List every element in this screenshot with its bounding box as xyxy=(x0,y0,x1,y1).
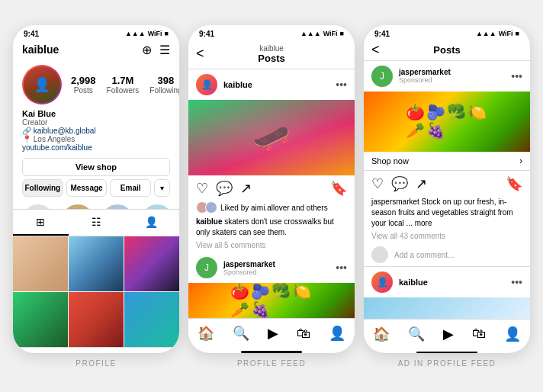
shop-now-arrow-icon[interactable]: › xyxy=(519,156,522,166)
add-icon[interactable]: ⊕ xyxy=(142,43,152,57)
bio-location: 📍 Los Angeles xyxy=(22,135,170,143)
grid-cell-4[interactable] xyxy=(13,292,68,347)
signal-icon: ▲▲▲ xyxy=(125,30,146,37)
share-icon[interactable]: ↗ xyxy=(240,180,252,197)
ad-wifi-icon: WiFi xyxy=(499,30,513,37)
feed-home-indicator xyxy=(241,351,302,352)
feed-home-icon[interactable]: 🏠 xyxy=(198,325,214,342)
feed-label: PROFILE FEED xyxy=(237,359,306,368)
grid-cell-6[interactable] xyxy=(124,292,179,347)
bio-name: Kai Blue xyxy=(22,109,170,118)
ad-sponsored-avatar: J xyxy=(371,66,393,87)
kaiblue-post-image xyxy=(364,297,530,319)
menu-icon[interactable]: ☰ xyxy=(159,43,170,57)
add-comment-placeholder[interactable]: Add a comment... xyxy=(394,251,454,259)
bio-url: youtube.com/kaiblue xyxy=(22,143,170,152)
status-bar: 9:41 ▲▲▲ WiFi ■ xyxy=(13,25,179,40)
post-username[interactable]: kaiblue xyxy=(223,80,329,89)
ad-view-comments[interactable]: View all 43 comments xyxy=(364,232,530,243)
next-post-username[interactable]: kaiblue xyxy=(399,278,505,287)
shop-now-text[interactable]: Shop now xyxy=(371,156,515,165)
feed-profile-icon[interactable]: 👤 xyxy=(329,325,345,342)
email-link[interactable]: 🔗 kaiblue@kb.global xyxy=(22,127,96,135)
profile-stats: 👤 2,998 Posts 1.7M Followers 398 Followi… xyxy=(13,62,179,108)
grid-cell-5[interactable] xyxy=(69,292,124,347)
post-likes: Liked by aimi.allover and others xyxy=(188,201,355,217)
ad-battery-icon: ■ xyxy=(516,30,519,37)
ad-search-icon[interactable]: 🔍 xyxy=(408,326,425,342)
ad-time: 9:41 xyxy=(374,30,390,38)
ad-shop-icon[interactable]: 🛍 xyxy=(472,326,486,342)
post-more-icon[interactable]: ••• xyxy=(336,79,347,91)
ad-share-icon[interactable]: ↗ xyxy=(416,175,427,192)
feed-battery-icon: ■ xyxy=(340,30,344,37)
ad-post-actions: ♡ 💬 ↗ 🔖 xyxy=(364,171,530,197)
post-actions: ♡ 💬 ↗ 🔖 xyxy=(188,175,355,201)
ad-reels-icon[interactable]: ▶ xyxy=(443,326,454,342)
feed-reels-icon[interactable]: ▶ xyxy=(268,325,278,342)
sponsored-header: J jaspersmarket Sponsored ••• xyxy=(188,252,355,283)
battery-icon: ■ xyxy=(165,30,169,37)
tab-grid[interactable]: ⊞ xyxy=(13,210,69,236)
action-buttons: Following Message Email ▾ xyxy=(13,179,179,201)
url-link[interactable]: youtube.com/kaiblue xyxy=(22,143,92,152)
tab-tagged[interactable]: 👤 xyxy=(124,210,179,236)
ad-caption: jaspersmarket Stock on up our fresh, in-… xyxy=(364,197,530,232)
likes-avatars xyxy=(196,201,217,214)
ad-post-image xyxy=(364,92,530,153)
grid-cell-1[interactable] xyxy=(13,236,68,291)
profile-phone-wrapper: 9:41 ▲▲▲ WiFi ■ kaiblue ⊕ ☰ 👤 xyxy=(13,25,179,368)
following-button[interactable]: Following xyxy=(22,179,63,197)
sponsored-name: jaspersmarket xyxy=(223,260,329,268)
header-icons: ⊕ ☰ xyxy=(142,43,170,57)
view-comments[interactable]: View all 5 comments xyxy=(188,241,355,252)
post-image: 🛹 xyxy=(188,100,355,176)
comment-icon[interactable]: 💬 xyxy=(216,180,233,197)
grid-cell-2[interactable] xyxy=(69,236,124,291)
feed-phone-wrapper: 9:41 ▲▲▲ WiFi ■ < kaiblue Posts 👤 kaiblu… xyxy=(188,25,355,368)
feed-signal-icon: ▲▲▲ xyxy=(300,30,321,37)
feed-search-icon[interactable]: 🔍 xyxy=(233,325,249,342)
ad-like-icon[interactable]: ♡ xyxy=(371,175,384,192)
back-button[interactable]: < xyxy=(196,46,204,62)
bio-email: 🔗 kaiblue@kb.global xyxy=(22,127,170,135)
feed-time: 9:41 xyxy=(199,30,214,38)
email-button[interactable]: Email xyxy=(110,179,151,197)
followers-label: Followers xyxy=(107,86,140,95)
feed-shop-icon[interactable]: 🛍 xyxy=(297,326,310,342)
ad-comment-icon[interactable]: 💬 xyxy=(391,175,408,192)
ad-back-button[interactable]: < xyxy=(371,42,380,58)
grid-cell-3[interactable] xyxy=(124,236,179,291)
screens-container: 9:41 ▲▲▲ WiFi ■ kaiblue ⊕ ☰ 👤 xyxy=(13,25,530,368)
profile-bio: Kai Blue Creator 🔗 kaiblue@kb.global 📍 L… xyxy=(13,108,179,155)
ad-save-icon[interactable]: 🔖 xyxy=(506,175,522,192)
time: 9:41 xyxy=(24,30,39,38)
ad-bottom-nav: 🏠 🔍 ▶ 🛍 👤 xyxy=(364,319,530,350)
message-button[interactable]: Message xyxy=(66,179,108,197)
ad-feed-label: AD IN PROFILE FEED xyxy=(398,359,496,368)
tab-reels[interactable]: ☷ xyxy=(69,210,124,236)
sponsored-image xyxy=(188,283,355,318)
view-shop-button[interactable]: View shop xyxy=(22,158,170,176)
followers-num: 1.7M xyxy=(107,75,140,86)
ad-status-bar: 9:41 ▲▲▲ WiFi ■ xyxy=(364,25,530,40)
stats-numbers: 2,998 Posts 1.7M Followers 398 Following xyxy=(71,75,179,95)
ad-more-icon[interactable]: ••• xyxy=(511,70,522,82)
like-icon[interactable]: ♡ xyxy=(196,180,208,197)
shop-now-bar: Shop now › xyxy=(364,152,530,171)
ad-sponsored-info: jaspersmarket Sponsored xyxy=(399,68,505,84)
dropdown-button[interactable]: ▾ xyxy=(154,179,170,197)
sponsored-more-icon[interactable]: ••• xyxy=(336,262,347,274)
ad-home-icon[interactable]: 🏠 xyxy=(373,326,390,342)
ad-feed-phone: 9:41 ▲▲▲ WiFi ■ < Posts J jaspersmarket xyxy=(364,25,530,353)
posts-label: Posts xyxy=(71,86,96,95)
feed-header-center: kaiblue Posts xyxy=(198,44,345,64)
ad-sponsored-name: jaspersmarket xyxy=(399,68,505,76)
ad-sponsored-header: J jaspersmarket Sponsored ••• xyxy=(364,61,530,92)
save-icon[interactable]: 🔖 xyxy=(330,180,347,197)
location-text: 📍 Los Angeles xyxy=(22,135,75,143)
highlights: ✈️ Travel ☕ Coffee 🏔️ Hikes 🌆 City 🌿 xyxy=(13,201,179,209)
following-label: Following xyxy=(149,86,179,95)
ad-profile-icon[interactable]: 👤 xyxy=(504,326,521,342)
next-post-more-icon[interactable]: ••• xyxy=(511,276,522,288)
